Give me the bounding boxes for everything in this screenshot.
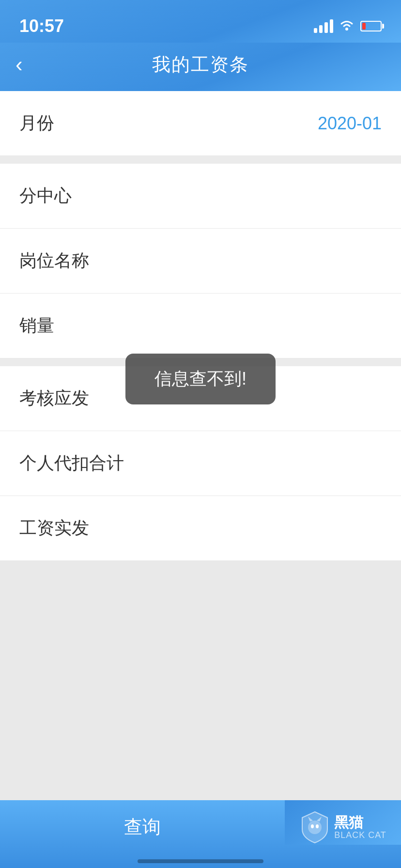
svg-point-5 [316,824,319,828]
svg-point-0 [345,28,348,31]
tab-bar: 查询 黑猫 BLACK CAT [0,800,401,868]
field-row-sales: 销量 [0,294,401,358]
back-button[interactable]: ‹ [15,54,23,75]
brand-tab[interactable]: 黑猫 BLACK CAT [285,800,401,845]
divider-2 [0,358,401,366]
gray-section [0,560,401,803]
svg-point-4 [311,824,314,828]
signal-icon [314,19,333,33]
field-label-center: 分中心 [19,184,72,208]
field-row-position: 岗位名称 [0,229,401,294]
brand-cn-label: 黑猫 [334,814,363,830]
battery-icon [360,21,382,31]
field-label-month: 月份 [19,111,54,135]
brand-logo: 黑猫 BLACK CAT [299,810,386,845]
svg-point-1 [308,821,322,834]
wifi-icon [339,18,355,35]
brand-en-label: BLACK CAT [334,830,386,840]
field-row-actual: 工资实发 [0,496,401,560]
field-row-month: 月份 2020-01 [0,91,401,156]
brand-text: 黑猫 BLACK CAT [334,814,386,840]
status-time: 10:57 [19,16,64,36]
divider-1 [0,156,401,164]
content-area: 月份 2020-01 分中心 岗位名称 销量 考核应发 个人代扣合计 工资实发 [0,91,401,560]
status-bar: 10:57 [0,0,401,43]
brand-shield-icon [299,810,330,845]
field-label-deduction: 个人代扣合计 [19,451,124,475]
home-indicator [138,859,263,863]
field-row-deduction: 个人代扣合计 [0,431,401,496]
field-value-month: 2020-01 [318,113,382,134]
field-row-center: 分中心 [0,164,401,229]
field-row-kpi: 考核应发 [0,366,401,431]
query-tab-label: 查询 [124,815,161,839]
query-tab[interactable]: 查询 [0,800,285,839]
field-label-actual: 工资实发 [19,516,89,540]
nav-bar: ‹ 我的工资条 [0,43,401,91]
page-title: 我的工资条 [152,52,249,77]
field-label-sales: 销量 [19,314,54,338]
field-label-kpi: 考核应发 [19,387,89,410]
status-icons [314,18,382,35]
field-label-position: 岗位名称 [19,249,89,273]
